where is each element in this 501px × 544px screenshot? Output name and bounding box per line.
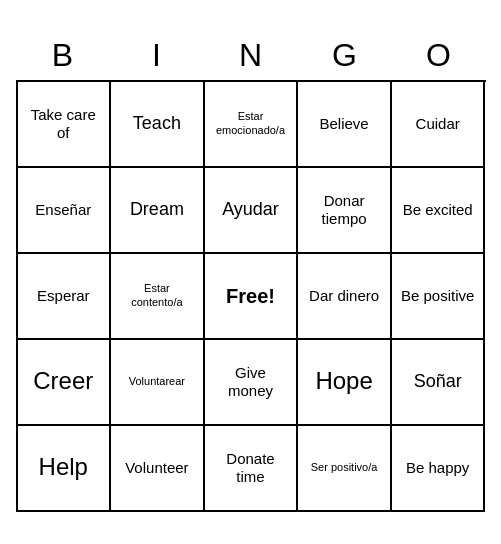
bingo-cell-21[interactable]: Volunteer [111, 426, 205, 512]
bingo-cell-1[interactable]: Teach [111, 82, 205, 168]
bingo-cell-20[interactable]: Help [18, 426, 112, 512]
bingo-cell-8[interactable]: Donar tiempo [298, 168, 392, 254]
bingo-cell-19[interactable]: Soñar [392, 340, 486, 426]
bingo-cell-2[interactable]: Estar emocionado/a [205, 82, 299, 168]
bingo-cell-4[interactable]: Cuidar [392, 82, 486, 168]
bingo-cell-9[interactable]: Be excited [392, 168, 486, 254]
bingo-header: B I N G O [16, 33, 486, 80]
bingo-cell-23[interactable]: Ser positivo/a [298, 426, 392, 512]
letter-o: O [396, 37, 482, 74]
bingo-cell-15[interactable]: Creer [18, 340, 112, 426]
bingo-cell-16[interactable]: Voluntarear [111, 340, 205, 426]
bingo-card: B I N G O Take care ofTeachEstar emocion… [16, 33, 486, 512]
bingo-cell-13[interactable]: Dar dinero [298, 254, 392, 340]
bingo-cell-10[interactable]: Esperar [18, 254, 112, 340]
bingo-cell-3[interactable]: Believe [298, 82, 392, 168]
bingo-cell-0[interactable]: Take care of [18, 82, 112, 168]
bingo-cell-18[interactable]: Hope [298, 340, 392, 426]
letter-n: N [208, 37, 294, 74]
bingo-cell-11[interactable]: Estar contento/a [111, 254, 205, 340]
bingo-cell-24[interactable]: Be happy [392, 426, 486, 512]
bingo-cell-14[interactable]: Be positive [392, 254, 486, 340]
bingo-cell-5[interactable]: Enseñar [18, 168, 112, 254]
bingo-cell-22[interactable]: Donate time [205, 426, 299, 512]
bingo-cell-7[interactable]: Ayudar [205, 168, 299, 254]
letter-b: B [20, 37, 106, 74]
letter-g: G [302, 37, 388, 74]
bingo-cell-6[interactable]: Dream [111, 168, 205, 254]
bingo-cell-12[interactable]: Free! [205, 254, 299, 340]
bingo-grid: Take care ofTeachEstar emocionado/aBelie… [16, 80, 486, 512]
letter-i: I [114, 37, 200, 74]
bingo-cell-17[interactable]: Give money [205, 340, 299, 426]
